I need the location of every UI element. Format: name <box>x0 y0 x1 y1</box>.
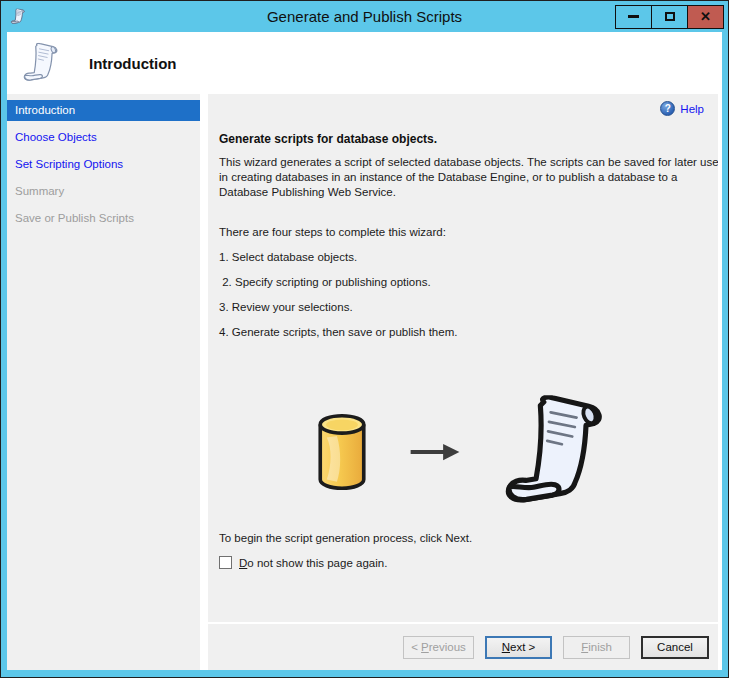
cancel-button[interactable]: Cancel <box>641 636 709 659</box>
step-2: 2. Specify scripting or publishing optio… <box>219 276 704 288</box>
sidebar-item-introduction[interactable]: Introduction <box>7 100 200 121</box>
close-icon: ✕ <box>700 10 711 23</box>
step-4: 4. Generate scripts, then save or publis… <box>219 326 704 338</box>
next-button[interactable]: Next > <box>485 636 552 659</box>
client-area: Introduction Introduction Choose Objects… <box>7 32 722 670</box>
sidebar-item-set-scripting-options[interactable]: Set Scripting Options <box>7 154 200 175</box>
page-title: Introduction <box>89 55 176 72</box>
wizard-button-bar: < Previous Next > Finish Cancel <box>208 624 718 670</box>
finish-button: Finish <box>563 636 630 659</box>
maximize-button[interactable] <box>651 5 688 29</box>
do-not-show-row: Do not show this page again. <box>219 556 704 569</box>
do-not-show-label[interactable]: Do not show this page again. <box>239 557 387 569</box>
close-button[interactable]: ✕ <box>687 5 724 29</box>
steps-intro: There are four steps to complete this wi… <box>219 226 704 238</box>
content-heading: Generate scripts for database objects. <box>219 132 704 146</box>
begin-instruction: To begin the script generation process, … <box>219 532 704 544</box>
step-3: 3. Review your selections. <box>219 301 704 313</box>
content-panel: ? Help Generate scripts for database obj… <box>208 94 718 622</box>
previous-button: < Previous <box>403 636 474 659</box>
help-icon[interactable]: ? <box>660 101 675 116</box>
titlebar: Generate and Publish Scripts ✕ <box>1 1 728 32</box>
wizard-window: Generate and Publish Scripts ✕ Introduct… <box>0 0 729 678</box>
wizard-body: Introduction Choose Objects Set Scriptin… <box>7 94 722 670</box>
maximize-icon <box>665 12 675 21</box>
content-column: ? Help Generate scripts for database obj… <box>208 94 718 670</box>
do-not-show-checkbox[interactable] <box>219 556 232 569</box>
database-icon <box>313 412 371 492</box>
script-generation-graphic <box>219 382 704 522</box>
help-link[interactable]: Help <box>680 103 704 115</box>
minimize-button[interactable] <box>615 5 652 29</box>
window-controls: ✕ <box>616 5 724 29</box>
sidebar-item-save-or-publish: Save or Publish Scripts <box>7 208 200 229</box>
intro-paragraph: This wizard generates a script of select… <box>219 155 718 200</box>
script-scroll-icon <box>499 395 611 509</box>
step-1: 1. Select database objects. <box>219 251 704 263</box>
header-scroll-icon <box>21 42 61 84</box>
arrow-right-icon <box>409 441 461 463</box>
page-header: Introduction <box>7 32 722 94</box>
sidebar-item-summary: Summary <box>7 181 200 202</box>
app-scroll-icon <box>10 8 26 25</box>
sidebar-item-choose-objects[interactable]: Choose Objects <box>7 127 200 148</box>
minimize-icon <box>628 15 639 18</box>
help-row: ? Help <box>219 100 704 117</box>
wizard-steps-sidebar: Introduction Choose Objects Set Scriptin… <box>7 94 200 670</box>
